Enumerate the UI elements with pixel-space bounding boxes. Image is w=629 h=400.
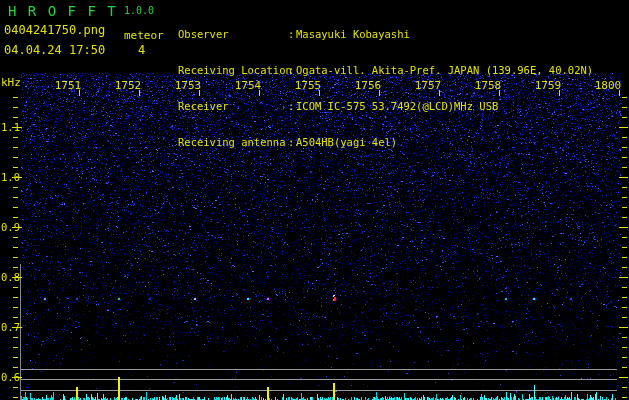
output-filename: 0404241750.png bbox=[4, 23, 105, 37]
hrofft-window: H R O F F T 1.0.0 0404241750.png meteor … bbox=[0, 0, 629, 400]
info-value: A504HB(yagi 4el) bbox=[296, 136, 397, 148]
info-separator: : bbox=[288, 100, 296, 112]
mode-label: meteor bbox=[124, 29, 164, 42]
info-value: Masayuki Kobayashi bbox=[296, 28, 410, 40]
x-tick-label: 1759 bbox=[533, 79, 563, 92]
y-tick-label: 0.9 bbox=[0, 221, 20, 233]
info-separator: : bbox=[288, 136, 296, 148]
app-version: 1.0.0 bbox=[124, 5, 154, 16]
y-tick-label: 0.8 bbox=[0, 271, 20, 283]
info-label: Receiving antenna bbox=[178, 136, 288, 148]
x-tick-label: 1754 bbox=[233, 79, 263, 92]
info-row-receiver: Receiver:ICOM IC-575 53.7492(@LCD)MHz US… bbox=[178, 100, 593, 112]
echo-count: 4 bbox=[138, 43, 145, 57]
y-tick-label: 1.1 bbox=[0, 121, 20, 133]
info-row-location: Receiving Location:Ogata-vill. Akita-Pre… bbox=[178, 64, 593, 76]
app-title: H R O F F T bbox=[8, 3, 117, 19]
x-tick-label: 1755 bbox=[293, 79, 323, 92]
info-label: Receiver bbox=[178, 100, 288, 112]
x-tick-label: 1757 bbox=[413, 79, 443, 92]
x-tick-label: 1756 bbox=[353, 79, 383, 92]
info-separator: : bbox=[288, 28, 296, 40]
info-row-antenna: Receiving antenna:A504HB(yagi 4el) bbox=[178, 136, 593, 148]
y-tick-label: 0.7 bbox=[0, 321, 20, 333]
info-label: Observer bbox=[178, 28, 288, 40]
info-row-observer: Observer:Masayuki Kobayashi bbox=[178, 28, 593, 40]
info-separator: : bbox=[288, 64, 296, 76]
x-tick-label: 1752 bbox=[113, 79, 143, 92]
y-tick-label: 1.0 bbox=[0, 171, 20, 183]
datetime-label: 04.04.24 17:50 bbox=[4, 43, 105, 57]
info-value: ICOM IC-575 53.7492(@LCD)MHz USB bbox=[296, 100, 498, 112]
x-tick-label: 1751 bbox=[53, 79, 83, 92]
x-tick-label: 1800 bbox=[593, 79, 623, 92]
x-tick-label: 1758 bbox=[473, 79, 503, 92]
y-tick-label: 0.6 bbox=[0, 371, 20, 383]
info-label: Receiving Location bbox=[178, 64, 288, 76]
y-axis-unit-label: kHz bbox=[1, 76, 21, 89]
x-tick-label: 1753 bbox=[173, 79, 203, 92]
info-value: Ogata-vill. Akita-Pref. JAPAN (139.96E, … bbox=[296, 64, 593, 76]
